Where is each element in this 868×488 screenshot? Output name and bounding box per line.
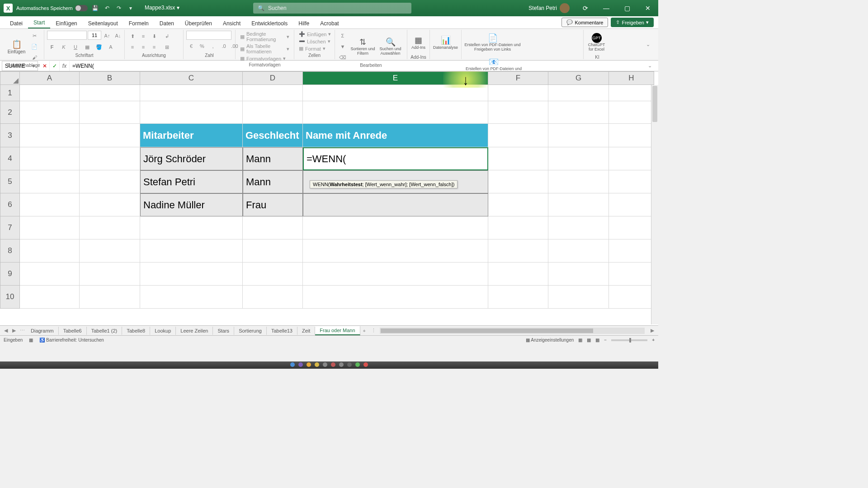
select-all-corner[interactable] [0, 71, 20, 85]
cell-c6[interactable]: Nadine Müller [140, 193, 243, 216]
col-header-b[interactable]: B [80, 71, 140, 85]
sort-filter-button[interactable]: ⇅Sortieren und Filtern [350, 35, 375, 58]
function-tooltip[interactable]: WENN(Wahrheitstest; [Wert_wenn_wahr]; [W… [310, 180, 458, 188]
datenanalyse-button[interactable]: 📊Datenanalyse [433, 31, 458, 54]
tab-ansicht[interactable]: Ansicht [217, 18, 246, 28]
fill-icon[interactable]: ▼ [338, 42, 348, 52]
cell-d6[interactable]: Frau [243, 193, 303, 216]
col-header-f[interactable]: F [488, 71, 548, 85]
kommentare-button[interactable]: 💬 Kommentare [561, 18, 608, 27]
horizontal-scrollbar[interactable] [380, 328, 645, 334]
row-header-8[interactable]: 8 [0, 239, 20, 263]
scroll-thumb[interactable] [652, 86, 657, 122]
cut-icon[interactable]: ✂ [29, 31, 39, 41]
font-grow-icon[interactable]: A↑ [102, 31, 112, 41]
status-macro-icon[interactable]: ▦ [29, 338, 33, 343]
cells-insert-button[interactable]: ➕ Einfügen ▾ [297, 31, 333, 38]
wrap-text-icon[interactable]: ↲ [162, 31, 172, 41]
font-color-icon[interactable]: A [106, 42, 116, 52]
conditional-format-button[interactable]: ▦ Bedingte Formatierung ▾ [238, 31, 291, 42]
row-header-5[interactable]: 5 [0, 170, 20, 193]
format-painter-icon[interactable]: 🖌 [29, 52, 39, 62]
format-table-button[interactable]: ▦ Als Tabelle formatieren ▾ [238, 43, 291, 55]
cell-c4[interactable]: Jörg Schröder [140, 147, 243, 170]
row-header-2[interactable]: 2 [0, 101, 20, 124]
align-middle-icon[interactable]: ≡ [138, 31, 148, 41]
zoom-in-button[interactable]: + [652, 338, 655, 343]
cell-d5[interactable]: Mann [243, 170, 303, 193]
status-accessibility[interactable]: ♿ Barrierefreiheit: Untersuchen [39, 338, 104, 343]
tab-entwicklertools[interactable]: Entwicklertools [246, 18, 293, 28]
border-icon[interactable]: ▦ [82, 42, 92, 52]
sheet-tab[interactable]: Tabelle1 (2) [87, 327, 122, 335]
confirm-formula-icon[interactable]: ✓ [50, 61, 60, 71]
view-pagebreak-icon[interactable]: ▦ [595, 338, 599, 343]
italic-button[interactable]: K [59, 42, 69, 52]
row-header-10[interactable]: 10 [0, 286, 20, 309]
sheet-tab[interactable]: Diagramm [26, 327, 59, 335]
user-chip[interactable]: Stefan Petri [523, 3, 575, 13]
vertical-scrollbar[interactable] [651, 85, 658, 324]
sheet-nav-more[interactable]: ⋯ [18, 328, 26, 333]
font-size-combo[interactable] [88, 31, 101, 40]
cell-styles-button[interactable]: ▦ Formatvorlagen ▾ [238, 55, 288, 62]
row-header-4[interactable]: 4 [0, 147, 20, 170]
row-header-7[interactable]: 7 [0, 216, 20, 239]
minimize-button[interactable]: — [596, 0, 617, 16]
tab-seitenlayout[interactable]: Seitenlayout [83, 18, 123, 28]
freigeben-button[interactable]: ⇧ Freigeben ▾ [611, 18, 654, 27]
col-header-d[interactable]: D [243, 71, 303, 85]
tab-start[interactable]: Start [28, 17, 50, 28]
align-right-icon[interactable]: ≡ [149, 42, 159, 52]
expand-formula-icon[interactable]: ⌄ [645, 61, 655, 71]
tab-ueberpruefen[interactable]: Überprüfen [179, 18, 217, 28]
autosave-toggle[interactable]: Automatisches Speichern [16, 5, 88, 11]
tab-hilfe[interactable]: Hilfe [293, 18, 315, 28]
font-name-combo[interactable] [47, 31, 87, 40]
add-sheet-button[interactable]: + [360, 328, 368, 333]
fx-icon[interactable]: fx [60, 61, 70, 71]
sheet-tab[interactable]: Zeit [297, 327, 315, 335]
col-header-a[interactable]: A [20, 71, 80, 85]
maximize-button[interactable]: ▢ [617, 0, 637, 16]
addins-button[interactable]: ▦Add-Ins [410, 31, 427, 54]
sheet-nav-prev[interactable]: ◀ [2, 328, 10, 333]
row-header-3[interactable]: 3 [0, 124, 20, 147]
tab-daten[interactable]: Daten [154, 18, 179, 28]
sheet-nav-next[interactable]: ▶ [10, 328, 18, 333]
col-header-e[interactable]: E [303, 71, 488, 85]
col-header-c[interactable]: C [140, 71, 243, 85]
sheet-tab[interactable]: Lookup [150, 327, 176, 335]
display-settings[interactable]: ▦ Anzeigeeinstellungen [526, 338, 574, 343]
copy-icon[interactable]: 📄 [29, 42, 39, 52]
tab-einfuegen[interactable]: Einfügen [50, 18, 82, 28]
align-center-icon[interactable]: ≡ [138, 42, 148, 52]
table-header-geschlecht[interactable]: Geschlecht [243, 124, 303, 147]
sheet-tab[interactable]: Sortierung [234, 327, 267, 335]
autosum-icon[interactable]: Σ [338, 31, 348, 41]
row-header-9[interactable]: 9 [0, 263, 20, 286]
collapse-ribbon-icon[interactable]: ⌄ [643, 40, 653, 50]
undo-icon[interactable]: ↶ [103, 4, 111, 12]
clear-icon[interactable]: ⌫ [338, 52, 348, 62]
filename-label[interactable]: Mappe3.xlsx▾ [145, 5, 179, 11]
sheet-tab[interactable]: Leere Zeilen [176, 327, 213, 335]
percent-icon[interactable]: % [197, 41, 207, 51]
sheet-tab[interactable]: Tabelle13 [267, 327, 297, 335]
sheet-tab[interactable]: Stars [213, 327, 234, 335]
align-left-icon[interactable]: ≡ [127, 42, 137, 52]
cell-c5[interactable]: Stefan Petri [140, 170, 243, 193]
sheet-tab[interactable]: Tabelle6 [59, 327, 87, 335]
decimal-inc-icon[interactable]: .0 [219, 41, 229, 51]
bold-button[interactable]: F [47, 42, 57, 52]
pdf-links-button[interactable]: 📄Erstellen von PDF-Dateien und Freigeben… [464, 31, 521, 54]
align-top-icon[interactable]: ⬆ [127, 31, 137, 41]
sheet-tab[interactable]: Tabelle8 [122, 327, 150, 335]
currency-icon[interactable]: € [186, 41, 196, 51]
table-header-anrede[interactable]: Name mit Anrede [303, 124, 488, 147]
cell-e4-editing[interactable]: =WENN( [303, 147, 488, 170]
font-shrink-icon[interactable]: A↓ [113, 31, 123, 41]
tab-datei[interactable]: Datei [5, 18, 28, 28]
cell-d4[interactable]: Mann [243, 147, 303, 170]
align-bottom-icon[interactable]: ⬇ [149, 31, 159, 41]
